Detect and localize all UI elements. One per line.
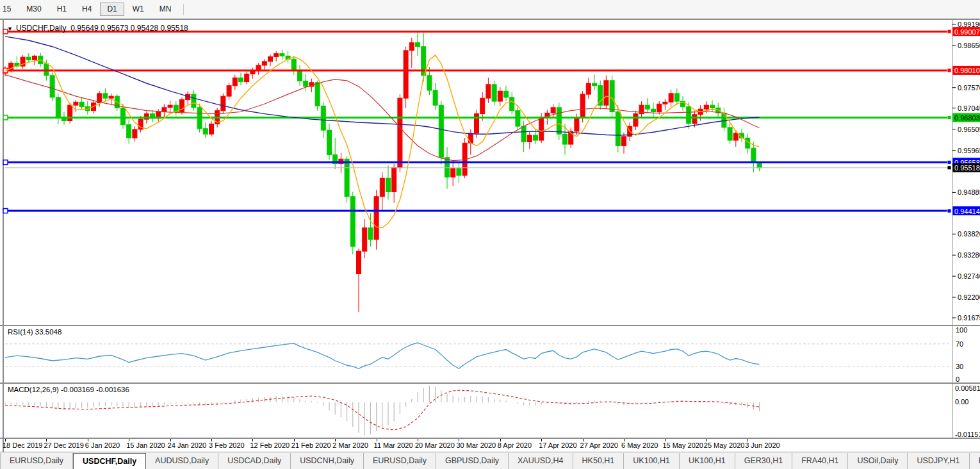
timeframe-button-w1[interactable]: W1: [126, 3, 151, 16]
chart-tab-xauusd-h4[interactable]: XAUUSD,H4: [509, 453, 573, 469]
date-label: 2 Mar 2020: [332, 441, 368, 449]
line-drag-handle[interactable]: [3, 160, 8, 165]
date-label: 15 Jan 2020: [126, 441, 165, 449]
date-label: 25 May 2020: [704, 441, 745, 449]
line-axis-handle[interactable]: [947, 115, 951, 119]
macd-axis-label: -0.01151: [955, 431, 980, 438]
line-axis-handle[interactable]: [947, 209, 951, 213]
price-chart[interactable]: 0.991900.986500.975700.970450.965050.959…: [0, 20, 980, 325]
date-label: 15 May 2020: [662, 441, 703, 449]
timeframe-button-h4[interactable]: H4: [75, 3, 99, 16]
price-axis-tick-label: 0.98650: [958, 42, 980, 49]
date-label: 20 Mar 2020: [415, 441, 455, 449]
chart-ohlc-values: 0.95649 0.95673 0.95428 0.95518: [70, 24, 188, 33]
rsi-panel[interactable]: 10070300: [0, 326, 980, 383]
chart-tab-hk50-h1[interactable]: HK50,H1: [573, 453, 625, 469]
chart-dropdown-icon[interactable]: ▼: [7, 26, 13, 32]
chart-title: ▼USDCHF,Daily 0.95649 0.95673 0.95428 0.…: [7, 24, 188, 33]
price-badge-label: 0.94414: [954, 208, 980, 215]
price-axis-tick-label: 0.94885: [958, 188, 980, 196]
timeframe-button-h1[interactable]: H1: [50, 3, 74, 16]
chart-tab-audusd-daily[interactable]: AUDUSD,Daily: [146, 453, 218, 469]
line-axis-handle[interactable]: [947, 69, 951, 72]
chart-tab-uk100-h1[interactable]: UK100,H1: [680, 453, 735, 469]
rsi-indicator-label: RSI(14) 33.5048: [8, 328, 61, 336]
date-label: 12 Feb 2020: [250, 441, 290, 449]
price-axis-tick-label: 0.97045: [958, 104, 980, 112]
chart-tab-usdjpy-h1[interactable]: USDJPY,H1: [908, 453, 969, 469]
price-axis-tick-label: 0.95965: [958, 147, 980, 154]
timeframe-toolbar: 15M30H1H4D1W1MN: [0, 0, 980, 19]
rsi-axis-label: 100: [956, 326, 967, 334]
line-drag-handle[interactable]: [3, 209, 8, 213]
chart-tab-eurusd-daily[interactable]: EURUSD,Daily: [1, 453, 73, 469]
date-label: 6 May 2020: [621, 441, 658, 449]
date-label: 27 Apr 2020: [580, 441, 618, 449]
price-badge-label: 0.95518: [954, 164, 980, 172]
line-drag-handle[interactable]: [3, 115, 8, 120]
rsi-axis-label: 0: [956, 375, 960, 383]
timeframe-button-m30[interactable]: M30: [19, 3, 48, 16]
timeframe-button-mn[interactable]: MN: [152, 3, 179, 16]
date-label: 30 Mar 2020: [456, 441, 496, 449]
date-label: 6 Jan 2020: [85, 441, 120, 449]
price-badge-label: 0.98010: [954, 67, 980, 74]
price-axis-tick-label: 0.97570: [958, 84, 980, 92]
price-badge-label: 0.96803: [954, 114, 980, 122]
date-label: 18 Dec 2019: [3, 441, 42, 449]
chart-tab-ger30-h1[interactable]: GER30,H1: [735, 453, 792, 469]
chart-tab-usdcnh-daily[interactable]: USDCNH,Daily: [291, 453, 364, 469]
date-label: 24 Jan 2020: [168, 441, 207, 449]
macd-axis-label: 0.00: [955, 398, 968, 406]
date-axis: 18 Dec 201927 Dec 20196 Jan 202015 Jan 2…: [0, 439, 980, 452]
chart-tab-uk100-h1[interactable]: UK100,H1: [624, 453, 680, 469]
candlestick-series: [3, 31, 762, 312]
date-label: 21 Feb 2020: [291, 441, 331, 449]
date-label: 17 Apr 2020: [539, 441, 576, 449]
price-axis-tick-label: 0.93820: [958, 230, 980, 238]
timeframe-button-d1[interactable]: D1: [100, 3, 124, 16]
line-axis-handle[interactable]: [947, 29, 951, 33]
chart-tab-gbpusd-daily[interactable]: GBPUSD,Daily: [436, 453, 509, 469]
chart-tab-usdcad-daily[interactable]: USDCAD,Daily: [218, 453, 291, 469]
macd-axis-label: 0.005818: [955, 384, 980, 392]
chart-tab-bar: EURUSD,DailyUSDCHF,DailyAUDUSD,DailyUSDC…: [0, 452, 980, 469]
chart-tab-fra40-h1[interactable]: FRA40,H1: [792, 453, 848, 469]
chart-tab-eurusd-daily[interactable]: EURUSD,Daily: [364, 453, 436, 469]
price-axis-tick-label: 0.96505: [958, 126, 980, 133]
date-label: 27 Dec 2019: [44, 441, 83, 449]
price-badge-label: 0.99007: [954, 28, 980, 36]
rsi-axis-label: 30: [956, 363, 963, 370]
price-axis-tick-label: 0.92740: [958, 272, 980, 280]
line-axis-handle[interactable]: [947, 160, 951, 164]
price-axis-tick-label: 0.92200: [958, 293, 980, 301]
date-label: 3 Jun 2020: [745, 441, 780, 449]
toolbar-separator: [183, 4, 184, 15]
slow-ma-line: [5, 37, 760, 135]
chart-tab-dj30-h1[interactable]: DJ30,H1: [970, 453, 980, 469]
date-label: 8 Apr 2020: [498, 441, 532, 449]
chart-tab-usoil-daily[interactable]: USOil,Daily: [848, 453, 908, 469]
rsi-line: [5, 343, 760, 368]
macd-indicator-label: MACD(12,26,9) -0.003169 -0.001636: [8, 386, 129, 393]
rsi-axis-label: 70: [956, 340, 963, 348]
chart-tab-usdchf-daily[interactable]: USDCHF,Daily: [73, 453, 146, 469]
date-label: 3 Feb 2020: [209, 441, 245, 449]
line-axis-handle[interactable]: [947, 166, 951, 170]
date-label: 11 Mar 2020: [374, 441, 413, 449]
timeframe-button-15[interactable]: 15: [0, 3, 18, 16]
timeframe-buttons: 15M30H1H4D1W1MN: [0, 3, 179, 16]
macd-panel[interactable]: 0.0058180.00-0.01151: [0, 384, 980, 438]
price-axis-tick-label: 0.93280: [958, 251, 980, 259]
chart-symbol-period: USDCHF,Daily: [16, 24, 67, 33]
price-axis-tick-label: 0.91675: [958, 314, 980, 322]
